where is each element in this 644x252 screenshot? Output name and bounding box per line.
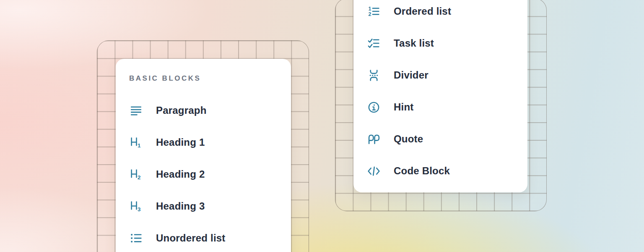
menu-item-list-left: Paragraph 1 Heading 1 2 Heading 2 3 Head… xyxy=(116,94,291,252)
menu-item-label: Hint xyxy=(394,101,413,113)
svg-text:2: 2 xyxy=(138,174,140,180)
background-canvas: BASIC BLOCKS Paragraph 1 Heading 1 2 Hea… xyxy=(0,0,644,252)
ordered-list-icon: 1 2 xyxy=(367,5,380,18)
svg-text:1: 1 xyxy=(138,142,141,148)
divider-icon xyxy=(367,68,380,82)
heading-1-icon: 1 xyxy=(129,136,143,149)
menu-item-label: Code Block xyxy=(394,165,450,177)
heading-3-icon: 3 xyxy=(129,200,143,213)
hint-icon xyxy=(367,100,380,114)
task-list-icon xyxy=(367,37,380,50)
menu-item-heading-2[interactable]: 2 Heading 2 xyxy=(116,158,291,190)
menu-item-label: Ordered list xyxy=(394,5,451,17)
menu-item-ordered-list[interactable]: 1 2 Ordered list xyxy=(353,0,527,27)
menu-item-code-block[interactable]: Code Block xyxy=(353,155,527,187)
menu-item-quote[interactable]: Quote xyxy=(353,123,527,155)
paragraph-icon xyxy=(129,104,143,117)
svg-text:1: 1 xyxy=(368,6,371,12)
menu-item-divider[interactable]: Divider xyxy=(353,59,527,91)
section-label-basic-blocks: BASIC BLOCKS xyxy=(129,75,291,82)
menu-item-label: Task list xyxy=(394,37,434,49)
unordered-list-icon xyxy=(129,231,143,245)
menu-item-heading-3[interactable]: 3 Heading 3 xyxy=(116,190,291,222)
menu-item-label: Divider xyxy=(394,69,428,81)
quote-icon xyxy=(367,132,380,146)
menu-item-heading-1[interactable]: 1 Heading 1 xyxy=(116,126,291,158)
heading-2-icon: 2 xyxy=(129,168,143,181)
menu-item-label: Heading 3 xyxy=(156,200,205,212)
svg-text:3: 3 xyxy=(138,206,140,212)
menu-item-task-list[interactable]: Task list xyxy=(353,27,527,59)
menu-item-label: Quote xyxy=(394,133,423,145)
code-block-icon xyxy=(367,164,380,178)
menu-item-label: Unordered list xyxy=(156,232,226,244)
blocks-menu-continued: 1 2 Ordered list Task list Divider Hint … xyxy=(353,0,527,192)
menu-item-label: Paragraph xyxy=(156,105,207,116)
basic-blocks-menu: BASIC BLOCKS Paragraph 1 Heading 1 2 Hea… xyxy=(116,59,291,252)
menu-item-label: Heading 2 xyxy=(156,168,205,180)
menu-item-unordered-list[interactable]: Unordered list xyxy=(116,222,291,252)
menu-item-label: Heading 1 xyxy=(156,136,205,148)
menu-item-hint[interactable]: Hint xyxy=(353,91,527,123)
menu-item-paragraph[interactable]: Paragraph xyxy=(116,94,291,126)
svg-text:2: 2 xyxy=(368,11,371,17)
menu-item-list-right: 1 2 Ordered list Task list Divider Hint … xyxy=(353,0,527,187)
